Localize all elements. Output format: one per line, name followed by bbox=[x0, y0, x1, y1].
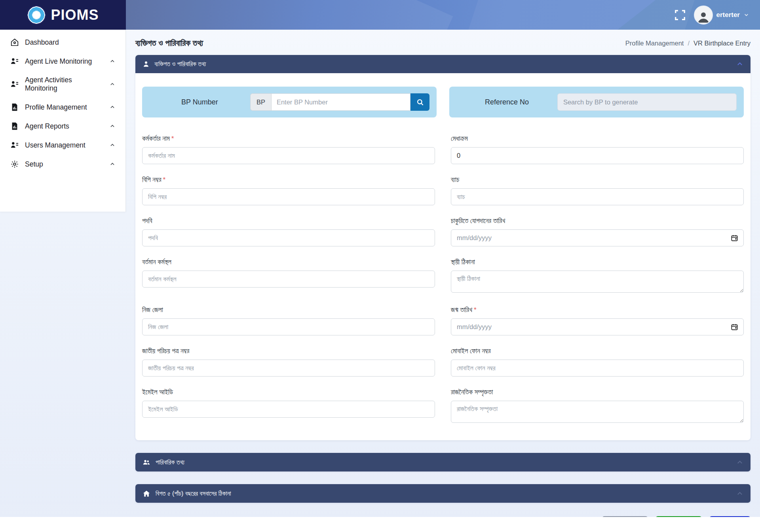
agent-list-icon bbox=[10, 141, 19, 150]
bp-number-label: BP Number bbox=[149, 98, 250, 106]
field-merit-order: মেধাক্রম bbox=[451, 135, 744, 164]
breadcrumb: Profile Management / VR Birthplace Entry bbox=[625, 40, 750, 47]
house-icon bbox=[142, 490, 150, 498]
field-label: জাতীয় পরিচয় পত্র নম্বর bbox=[142, 347, 435, 355]
field-label: কর্মকর্তার নাম* bbox=[142, 135, 435, 143]
sidebar-item-users-management[interactable]: Users Management bbox=[0, 136, 125, 155]
sidebar-item-label: Agent Activities Monitoring bbox=[25, 76, 104, 93]
field-label: স্থায়ী ঠিকানা bbox=[451, 258, 744, 266]
field-label: বর্তমান কর্মস্থল bbox=[142, 258, 435, 266]
sidebar-item-label: Agent Reports bbox=[25, 122, 69, 131]
field-label: বিপি নম্বর* bbox=[142, 176, 435, 184]
date-of-birth-input[interactable] bbox=[451, 318, 744, 335]
officer-name-input[interactable] bbox=[142, 147, 435, 164]
reference-no-input[interactable] bbox=[557, 93, 737, 111]
sidebar-item-agent-activities-monitoring[interactable]: Agent Activities Monitoring bbox=[0, 71, 125, 98]
field-label: পদবি bbox=[142, 217, 435, 225]
bp-prefix: BP bbox=[250, 93, 271, 111]
username: erterter bbox=[716, 11, 740, 19]
breadcrumb-parent[interactable]: Profile Management bbox=[625, 40, 684, 47]
file-chart-icon bbox=[10, 122, 19, 131]
sidebar-item-agent-live-monitoring[interactable]: Agent Live Monitoring bbox=[0, 52, 125, 71]
political-affiliation-textarea[interactable] bbox=[451, 401, 744, 423]
pioms-logo-icon bbox=[27, 6, 46, 25]
chevron-up-icon bbox=[736, 490, 743, 497]
field-home-district: নিজ জেলা bbox=[142, 306, 435, 335]
sidebar-item-label: Users Management bbox=[25, 141, 86, 150]
bp-number-input[interactable] bbox=[271, 93, 410, 111]
bp-search-button[interactable] bbox=[410, 93, 429, 111]
current-workplace-input[interactable] bbox=[142, 271, 435, 288]
joining-date-input[interactable] bbox=[451, 229, 744, 246]
sidebar-item-label: Setup bbox=[25, 160, 43, 168]
field-current-workplace: বর্তমান কর্মস্থল bbox=[142, 258, 435, 294]
family-info-section-header[interactable]: পারিবারিক তথ্য bbox=[135, 453, 750, 471]
chevron-up-icon bbox=[110, 104, 115, 110]
field-label: নিজ জেলা bbox=[142, 306, 435, 314]
field-designation: পদবি bbox=[142, 217, 435, 246]
app-name: PIOMS bbox=[51, 7, 99, 23]
field-permanent-address: স্থায়ী ঠিকানা bbox=[451, 258, 744, 294]
bp-no-input[interactable] bbox=[142, 188, 435, 205]
card-header[interactable]: ব্যক্তিগত ও পারিবারিক তথ্য bbox=[135, 55, 750, 73]
field-label: রাজনৈতিক সম্পৃক্ততা bbox=[451, 388, 744, 396]
brand-block: PIOMS bbox=[0, 0, 126, 30]
email-id-input[interactable] bbox=[142, 401, 435, 418]
card-header-title: ব্যক্তিগত ও পারিবারিক তথ্য bbox=[154, 61, 206, 68]
search-icon bbox=[416, 98, 424, 106]
gear-icon bbox=[10, 160, 19, 168]
field-mobile-number: মোবাইল ফোন নম্বর bbox=[451, 347, 744, 377]
chevron-up-icon bbox=[110, 161, 115, 167]
designation-input[interactable] bbox=[142, 229, 435, 246]
field-batch: ব্যাচ bbox=[451, 176, 744, 205]
chevron-up-icon bbox=[736, 459, 743, 466]
chevron-up-icon bbox=[110, 123, 115, 129]
field-political-affiliation: রাজনৈতিক সম্পৃক্ততা bbox=[451, 388, 744, 424]
file-chart-icon bbox=[10, 103, 19, 112]
field-label: চাকুরিতে যোগদানের তারিখ bbox=[451, 217, 744, 225]
field-email-id: ইমেইল আইডি bbox=[142, 388, 435, 424]
field-label: মেধাক্রম bbox=[451, 135, 744, 143]
home-icon bbox=[10, 38, 19, 47]
breadcrumb-separator: / bbox=[688, 40, 690, 47]
field-nid-number: জাতীয় পরিচয় পত্র নম্বর bbox=[142, 347, 435, 377]
section-title: বিগত ৫ (পাঁচ) বছরের বসবাসের ঠিকানা bbox=[156, 490, 231, 497]
field-label: ইমেইল আইডি bbox=[142, 388, 435, 396]
people-icon bbox=[142, 458, 150, 466]
field-label: মোবাইল ফোন নম্বর bbox=[451, 347, 744, 355]
bp-number-panel: BP Number BP bbox=[142, 87, 437, 117]
nid-number-input[interactable] bbox=[142, 360, 435, 377]
agent-list-icon bbox=[10, 57, 19, 66]
sidebar-item-profile-management[interactable]: Profile Management bbox=[0, 98, 125, 117]
field-label: ব্যাচ bbox=[451, 176, 744, 184]
page-title: ব্যক্তিগত ও পারিবারিক তথ্য bbox=[135, 38, 203, 48]
mobile-number-input[interactable] bbox=[451, 360, 744, 377]
header-decoration bbox=[462, 0, 709, 30]
sidebar-item-label: Dashboard bbox=[25, 38, 59, 47]
main-content: ব্যক্তিগত ও পারিবারিক তথ্য Profile Manag… bbox=[126, 30, 760, 532]
header-strip: erterter bbox=[126, 0, 760, 30]
sidebar: Dashboard Agent Live Monitoring Agent Ac… bbox=[0, 30, 126, 212]
permanent-address-textarea[interactable] bbox=[451, 271, 744, 293]
footer bbox=[0, 517, 760, 532]
sidebar-item-setup[interactable]: Setup bbox=[0, 155, 125, 174]
personal-info-form: কর্মকর্তার নাম* মেধাক্রম বিপি নম্বর* ব্য… bbox=[135, 119, 750, 440]
chevron-up-icon bbox=[110, 81, 115, 87]
field-label: জন্ম তারিখ* bbox=[451, 306, 744, 314]
top-bar: PIOMS erterter bbox=[0, 0, 760, 30]
batch-input[interactable] bbox=[451, 188, 744, 205]
sidebar-item-dashboard[interactable]: Dashboard bbox=[0, 33, 125, 52]
person-icon bbox=[142, 61, 150, 68]
residence-history-section-header[interactable]: বিগত ৫ (পাঁচ) বছরের বসবাসের ঠিকানা bbox=[135, 484, 750, 503]
chevron-up-icon bbox=[110, 59, 115, 64]
agent-list-icon bbox=[10, 80, 19, 89]
user-menu[interactable]: erterter bbox=[695, 6, 749, 24]
chevron-up-icon bbox=[110, 142, 115, 148]
fullscreen-icon[interactable] bbox=[674, 9, 686, 21]
sidebar-item-label: Agent Live Monitoring bbox=[25, 57, 92, 66]
field-officer-name: কর্মকর্তার নাম* bbox=[142, 135, 435, 164]
home-district-input[interactable] bbox=[142, 318, 435, 335]
sidebar-item-agent-reports[interactable]: Agent Reports bbox=[0, 117, 125, 136]
merit-order-input[interactable] bbox=[451, 147, 744, 164]
sidebar-item-label: Profile Management bbox=[25, 103, 87, 112]
